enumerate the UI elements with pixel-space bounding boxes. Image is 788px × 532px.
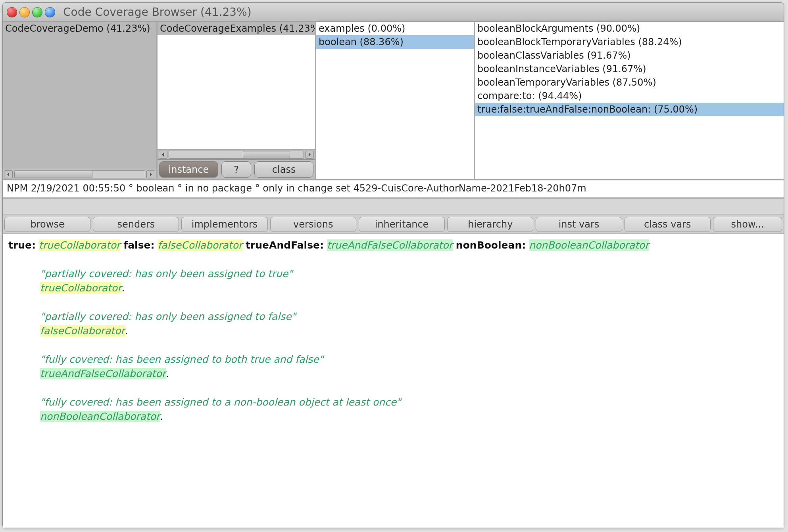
parameter: trueCollaborator — [39, 239, 120, 251]
scroll-track[interactable] — [169, 151, 304, 159]
expression: trueCollaborator — [40, 282, 121, 294]
annotation-text: NPM 2/19/2021 00:55:50 ° boolean ° in no… — [7, 183, 586, 194]
list-item[interactable]: booleanTemporaryVariables (87.50%) — [475, 76, 784, 89]
protocol-list[interactable]: examples (0.00%) boolean (88.36%) — [316, 22, 474, 179]
instance-tab[interactable]: instance — [159, 161, 218, 178]
method-label: compare:to: (94.44%) — [477, 90, 582, 101]
protocol-pane: examples (0.00%) boolean (88.36%) — [316, 22, 475, 179]
list-item[interactable]: booleanBlockTemporaryVariables (88.24%) — [475, 35, 784, 49]
window-title: Code Coverage Browser (41.23%) — [63, 6, 252, 19]
scroll-left-icon[interactable] — [4, 170, 13, 178]
method-label: booleanClassVariables (91.67%) — [477, 50, 631, 61]
method-list[interactable]: booleanBlockArguments (90.00%) booleanBl… — [475, 22, 784, 179]
keyword: true: — [8, 239, 36, 251]
list-item[interactable]: boolean (88.36%) — [316, 35, 474, 49]
package-scrollbar[interactable] — [3, 169, 156, 179]
show-button[interactable]: show... — [713, 217, 782, 232]
list-item[interactable]: CodeCoverageDemo (41.23%) — [3, 22, 156, 35]
comment: "fully covered: has been assigned to bot… — [40, 354, 323, 365]
method-label: booleanBlockArguments (90.00%) — [477, 23, 640, 34]
window-close-icon[interactable] — [7, 7, 17, 17]
question-tab[interactable]: ? — [221, 161, 251, 178]
senders-button[interactable]: senders — [93, 217, 179, 232]
statement: "fully covered: has been assigned to a n… — [40, 395, 778, 424]
browse-button[interactable]: browse — [4, 217, 90, 232]
period: . — [121, 282, 125, 294]
list-item[interactable]: examples (0.00%) — [316, 22, 474, 35]
window-menu-icon[interactable] — [45, 7, 55, 17]
list-item[interactable]: booleanClassVariables (91.67%) — [475, 49, 784, 62]
browser-panes: CodeCoverageDemo (41.23%) CodeCoverageEx… — [3, 22, 784, 180]
hierarchy-button[interactable]: hierarchy — [447, 217, 533, 232]
class-pane: CodeCoverageExamples (41.23%) instance ?… — [158, 22, 316, 179]
parameter: trueAndFalseCollaborator — [327, 239, 453, 251]
code-toolbar: browse senders implementors versions inh… — [3, 215, 784, 234]
inst-vars-button[interactable]: inst vars — [536, 217, 622, 232]
scroll-left-icon[interactable] — [159, 151, 167, 159]
parameter: nonBooleanCollaborator — [529, 239, 649, 251]
list-item[interactable]: true:false:trueAndFalse:nonBoolean: (75.… — [475, 103, 784, 116]
versions-button[interactable]: versions — [270, 217, 356, 232]
parameter: falseCollaborator — [158, 239, 242, 251]
comment: "partially covered: has only been assign… — [40, 311, 296, 322]
list-item[interactable]: compare:to: (94.44%) — [475, 89, 784, 103]
statement: "fully covered: has been assigned to bot… — [40, 352, 778, 381]
package-list[interactable]: CodeCoverageDemo (41.23%) — [3, 22, 156, 169]
code-pane[interactable]: true: trueCollaborator false: falseColla… — [3, 234, 784, 528]
annotation-bar: NPM 2/19/2021 00:55:50 ° boolean ° in no… — [3, 180, 784, 199]
scroll-track[interactable] — [14, 170, 145, 178]
class-label: CodeCoverageExamples (41.23%) — [160, 23, 315, 34]
class-side-tabs: instance ? class — [158, 159, 315, 179]
window-maximize-icon[interactable] — [32, 7, 42, 17]
scroll-right-icon[interactable] — [146, 170, 155, 178]
keyword: trueAndFalse: — [246, 239, 324, 251]
list-item[interactable]: booleanBlockArguments (90.00%) — [475, 22, 784, 35]
implementors-button[interactable]: implementors — [181, 217, 267, 232]
list-item[interactable]: booleanInstanceVariables (91.67%) — [475, 62, 784, 76]
list-item[interactable]: CodeCoverageExamples (41.23%) — [158, 22, 315, 35]
protocol-label: boolean (88.36%) — [319, 36, 404, 48]
method-label: booleanInstanceVariables (91.67%) — [477, 63, 646, 75]
statement: "partially covered: has only been assign… — [40, 267, 778, 295]
class-scrollbar[interactable] — [158, 149, 315, 159]
class-vars-button[interactable]: class vars — [625, 217, 711, 232]
titlebar[interactable]: Code Coverage Browser (41.23%) — [3, 3, 784, 22]
protocol-label: examples (0.00%) — [319, 23, 405, 34]
scroll-right-icon[interactable] — [305, 151, 314, 159]
period: . — [160, 411, 163, 422]
class-list[interactable]: CodeCoverageExamples (41.23%) — [158, 22, 315, 149]
package-label: CodeCoverageDemo (41.23%) — [5, 23, 150, 34]
expression: trueAndFalseCollaborator — [40, 368, 166, 379]
gap-row — [3, 199, 784, 215]
keyword: nonBoolean: — [456, 239, 526, 251]
comment: "partially covered: has only been assign… — [40, 268, 293, 279]
statement: "partially covered: has only been assign… — [40, 310, 778, 338]
method-signature: true: trueCollaborator false: falseColla… — [8, 238, 778, 253]
period: . — [166, 368, 169, 379]
keyword: false: — [123, 239, 154, 251]
code-coverage-browser-window: Code Coverage Browser (41.23%) CodeCover… — [2, 2, 784, 528]
class-tab[interactable]: class — [254, 161, 313, 178]
method-label: true:false:trueAndFalse:nonBoolean: (75.… — [477, 104, 698, 115]
method-label: booleanBlockTemporaryVariables (88.24%) — [477, 36, 682, 48]
method-pane: booleanBlockArguments (90.00%) booleanBl… — [475, 22, 784, 179]
expression: nonBooleanCollaborator — [40, 411, 160, 422]
period: . — [125, 325, 128, 337]
method-label: booleanTemporaryVariables (87.50%) — [477, 77, 656, 88]
window-minimize-icon[interactable] — [19, 7, 30, 17]
inheritance-button[interactable]: inheritance — [359, 217, 445, 232]
comment: "fully covered: has been assigned to a n… — [40, 396, 401, 408]
expression: falseCollaborator — [40, 325, 125, 337]
package-pane: CodeCoverageDemo (41.23%) — [3, 22, 158, 179]
